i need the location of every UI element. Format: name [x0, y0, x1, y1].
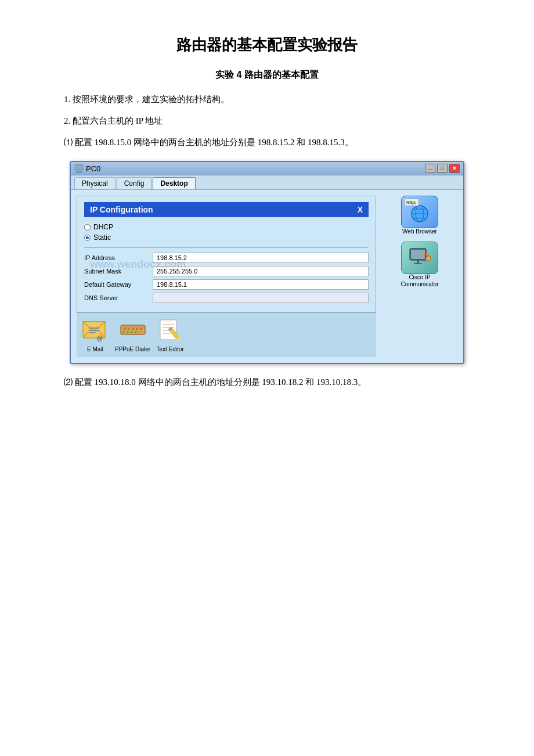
- email-icon: @: [80, 318, 110, 344]
- svg-point-20: [135, 332, 136, 333]
- default-gw-value[interactable]: 198.8.15.1: [153, 279, 369, 290]
- tab-desktop[interactable]: Desktop: [153, 177, 195, 189]
- svg-rect-37: [411, 250, 425, 259]
- ip-config-close-icon[interactable]: X: [358, 205, 363, 214]
- svg-rect-38: [417, 260, 419, 263]
- para3: ⑴ 配置 198.8.15.0 网络中的两台主机的地址分别是 198.8.15.…: [64, 135, 488, 150]
- dns-server-label: DNS Server: [84, 294, 148, 301]
- close-btn[interactable]: ✕: [449, 164, 460, 173]
- ip-config-title: IP Configuration: [90, 205, 153, 214]
- pc-content: IP Configuration X DHCP Static: [71, 190, 463, 363]
- email-icon-item[interactable]: @ E Mail: [80, 318, 110, 352]
- para4: ⑵ 配置 193.10.18.0 网络中的两台主机的地址分别是 193.10.1…: [64, 375, 488, 390]
- fields-area: IP Address 198.8.15.2 Subnet Mask 255.25…: [84, 253, 369, 303]
- pc-icon: [74, 164, 84, 173]
- main-title: 路由器的基本配置实验报告: [46, 35, 488, 55]
- pppoe-icon-item[interactable]: PPPoE Dialer: [115, 318, 150, 352]
- svg-rect-15: [136, 327, 138, 330]
- svg-rect-22: [160, 320, 176, 340]
- dns-server-value[interactable]: [153, 293, 369, 303]
- svg-rect-13: [128, 327, 130, 330]
- ip-address-label: IP Address: [84, 254, 148, 261]
- pc-title-text: PC0: [86, 164, 100, 173]
- svg-rect-1: [77, 171, 81, 172]
- right-panel: http: Web Browser: [382, 196, 457, 357]
- texteditor-icon: [155, 318, 185, 344]
- svg-rect-14: [132, 327, 134, 330]
- dhcp-radio-circle: [84, 224, 91, 231]
- web-browser-group[interactable]: http: Web Browser: [382, 196, 457, 235]
- subnet-mask-row: Subnet Mask 255.255.255.0: [84, 266, 369, 276]
- pc-titlebar: PC0 — □ ✕: [71, 162, 463, 175]
- svg-rect-8: [89, 330, 99, 331]
- ip-config-panel: IP Configuration X DHCP Static: [77, 196, 376, 357]
- cisco-ip-group[interactable]: Cisco IPCommunicator: [382, 242, 457, 288]
- svg-point-18: [127, 332, 128, 333]
- svg-rect-0: [75, 164, 83, 170]
- tab-physical[interactable]: Physical: [74, 177, 116, 189]
- maximize-btn[interactable]: □: [437, 164, 448, 173]
- dhcp-radio[interactable]: DHCP: [84, 223, 369, 231]
- titlebar-buttons: — □ ✕: [425, 164, 460, 173]
- web-browser-label: Web Browser: [402, 228, 437, 235]
- ip-config-header: IP Configuration X: [84, 202, 369, 217]
- svg-point-40: [426, 256, 431, 261]
- svg-rect-12: [124, 327, 126, 330]
- subnet-mask-value[interactable]: 255.255.255.0: [153, 266, 369, 276]
- para1: 1. 按照环境的要求，建立实验的拓扑结构。: [64, 92, 488, 107]
- pc-window: PC0 — □ ✕ Physical Config Desktop IP Con…: [70, 161, 464, 364]
- svg-rect-16: [140, 327, 142, 330]
- cisco-ip-label: Cisco IPCommunicator: [400, 274, 438, 288]
- static-radio-circle: [84, 235, 91, 241]
- static-label: Static: [93, 233, 111, 242]
- svg-point-17: [122, 332, 124, 333]
- svg-rect-39: [414, 263, 422, 264]
- svg-point-19: [131, 332, 132, 333]
- sub-title: 实验 4 路由器的基本配置: [46, 69, 488, 81]
- svg-text:@: @: [97, 335, 103, 341]
- svg-point-21: [139, 332, 140, 333]
- ip-address-row: IP Address 198.8.15.2: [84, 253, 369, 263]
- titlebar-left: PC0: [74, 164, 100, 173]
- texteditor-label: Text Editor: [157, 346, 184, 352]
- default-gw-label: Default Gateway: [84, 281, 148, 288]
- divider1: [84, 247, 369, 248]
- radio-group: DHCP Static: [84, 223, 369, 242]
- para2: 2. 配置六台主机的 IP 地址: [64, 113, 488, 129]
- ip-config-box: IP Configuration X DHCP Static: [77, 196, 376, 312]
- minimize-btn[interactable]: —: [425, 164, 435, 173]
- dns-server-row: DNS Server: [84, 293, 369, 303]
- pc-tabs: Physical Config Desktop: [71, 175, 463, 190]
- ip-address-value[interactable]: 198.8.15.2: [153, 253, 369, 263]
- bottom-icons-row: @ E Mail: [77, 312, 376, 357]
- svg-rect-2: [76, 172, 82, 172]
- pppoe-label: PPPoE Dialer: [115, 346, 150, 352]
- svg-rect-7: [89, 327, 99, 329]
- http-badge: http:: [404, 199, 419, 206]
- default-gw-row: Default Gateway 198.8.15.1: [84, 279, 369, 290]
- tab-config[interactable]: Config: [117, 177, 152, 189]
- static-radio[interactable]: Static: [84, 233, 369, 242]
- subnet-mask-label: Subnet Mask: [84, 268, 148, 275]
- email-label: E Mail: [87, 346, 103, 352]
- pppoe-icon: [118, 318, 148, 344]
- dhcp-label: DHCP: [93, 223, 113, 231]
- svg-rect-9: [89, 332, 96, 333]
- texteditor-icon-item[interactable]: Text Editor: [155, 318, 185, 352]
